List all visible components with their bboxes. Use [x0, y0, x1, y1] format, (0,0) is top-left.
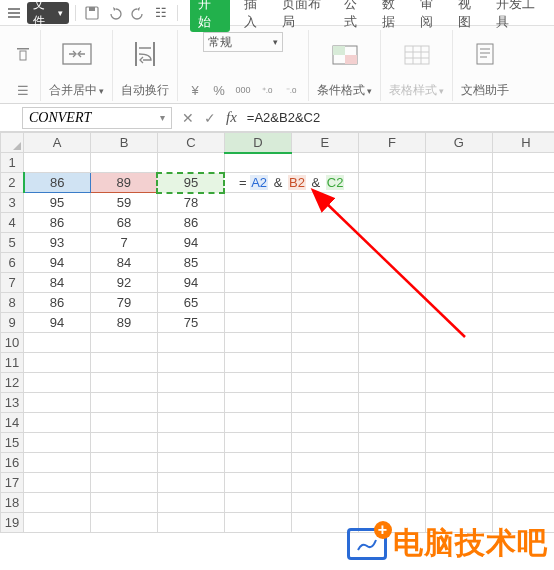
cell[interactable]: 75 [157, 313, 224, 333]
col-header-c[interactable]: C [157, 133, 224, 153]
cell[interactable] [24, 373, 91, 393]
cell[interactable] [291, 253, 358, 273]
cell-a2[interactable]: 86 [24, 173, 91, 193]
cell[interactable] [358, 413, 425, 433]
row-header[interactable]: 11 [1, 353, 24, 373]
cell[interactable] [425, 293, 492, 313]
doc-helper-icon[interactable] [467, 36, 503, 72]
cell[interactable] [358, 353, 425, 373]
cell[interactable] [224, 213, 291, 233]
cell[interactable] [358, 333, 425, 353]
cell[interactable] [24, 413, 91, 433]
name-box[interactable]: CONVERT ▾ [22, 107, 172, 129]
cell[interactable] [91, 433, 158, 453]
row-header[interactable]: 13 [1, 393, 24, 413]
save-icon[interactable] [82, 2, 103, 24]
cell[interactable] [24, 513, 91, 533]
number-format-select[interactable]: 常规 ▾ [203, 32, 283, 52]
cell[interactable] [157, 453, 224, 473]
print-icon[interactable]: ☷ [150, 2, 171, 24]
cell[interactable] [291, 413, 358, 433]
cell[interactable] [291, 193, 358, 213]
cell[interactable] [91, 353, 158, 373]
cell[interactable] [425, 153, 492, 173]
cell[interactable] [425, 413, 492, 433]
cell[interactable] [291, 273, 358, 293]
cell[interactable] [492, 173, 554, 193]
row-header[interactable]: 7 [1, 273, 24, 293]
cell[interactable] [224, 353, 291, 373]
cell[interactable] [157, 513, 224, 533]
cell[interactable] [91, 153, 158, 173]
cell[interactable] [24, 333, 91, 353]
row-header[interactable]: 12 [1, 373, 24, 393]
cell[interactable] [224, 373, 291, 393]
cell[interactable] [291, 373, 358, 393]
cell[interactable] [291, 233, 358, 253]
cell[interactable] [425, 333, 492, 353]
cell[interactable] [425, 253, 492, 273]
conditional-format-icon[interactable] [327, 36, 363, 72]
cell[interactable] [24, 493, 91, 513]
cell[interactable]: 79 [91, 293, 158, 313]
wrap-label[interactable]: 自动换行 [121, 82, 169, 99]
cell[interactable] [291, 353, 358, 373]
cell[interactable] [492, 393, 554, 413]
cell[interactable] [224, 153, 291, 173]
col-header-h[interactable]: H [492, 133, 554, 153]
align-left-icon[interactable]: ☰ [14, 81, 32, 99]
cell[interactable] [224, 253, 291, 273]
cell[interactable] [492, 233, 554, 253]
cell[interactable] [492, 373, 554, 393]
cell[interactable] [157, 353, 224, 373]
cell[interactable] [91, 373, 158, 393]
cell[interactable]: 86 [24, 213, 91, 233]
cell[interactable] [358, 313, 425, 333]
tab-developer[interactable]: 开发工具 [496, 0, 544, 31]
cell[interactable] [425, 433, 492, 453]
cell[interactable]: 86 [157, 213, 224, 233]
cell[interactable] [358, 453, 425, 473]
redo-icon[interactable] [128, 2, 149, 24]
cell[interactable] [291, 473, 358, 493]
tab-data[interactable]: 数据 [382, 0, 406, 31]
cell[interactable]: 85 [157, 253, 224, 273]
cell[interactable] [291, 153, 358, 173]
cell[interactable] [157, 153, 224, 173]
cell[interactable] [425, 493, 492, 513]
cell[interactable] [492, 433, 554, 453]
cell[interactable]: 94 [157, 273, 224, 293]
cell-c2[interactable]: 95 [157, 173, 224, 193]
percent-icon[interactable]: % [210, 81, 228, 99]
cell[interactable] [492, 493, 554, 513]
cell[interactable] [291, 213, 358, 233]
cell[interactable]: 93 [24, 233, 91, 253]
cell[interactable]: 59 [91, 193, 158, 213]
cell[interactable] [224, 393, 291, 413]
cell[interactable] [492, 453, 554, 473]
cell[interactable] [224, 193, 291, 213]
undo-icon[interactable] [105, 2, 126, 24]
cell[interactable] [425, 173, 492, 193]
cell[interactable] [425, 453, 492, 473]
row-header[interactable]: 14 [1, 413, 24, 433]
row-header[interactable]: 15 [1, 433, 24, 453]
cell[interactable] [224, 473, 291, 493]
merge-cells-icon[interactable] [59, 36, 95, 72]
cell[interactable]: 86 [24, 293, 91, 313]
row-header[interactable]: 4 [1, 213, 24, 233]
cell[interactable]: 7 [91, 233, 158, 253]
cell[interactable] [224, 313, 291, 333]
cell[interactable] [224, 453, 291, 473]
cell[interactable] [492, 313, 554, 333]
cell[interactable]: 92 [91, 273, 158, 293]
cell[interactable]: 94 [24, 253, 91, 273]
tab-home[interactable]: 开始 [190, 0, 230, 32]
cell[interactable] [157, 393, 224, 413]
cell[interactable] [291, 493, 358, 513]
merge-label[interactable]: 合并居中 ▾ [49, 82, 104, 99]
cell[interactable] [492, 193, 554, 213]
cell[interactable] [157, 473, 224, 493]
cell[interactable] [157, 493, 224, 513]
cell[interactable] [157, 373, 224, 393]
